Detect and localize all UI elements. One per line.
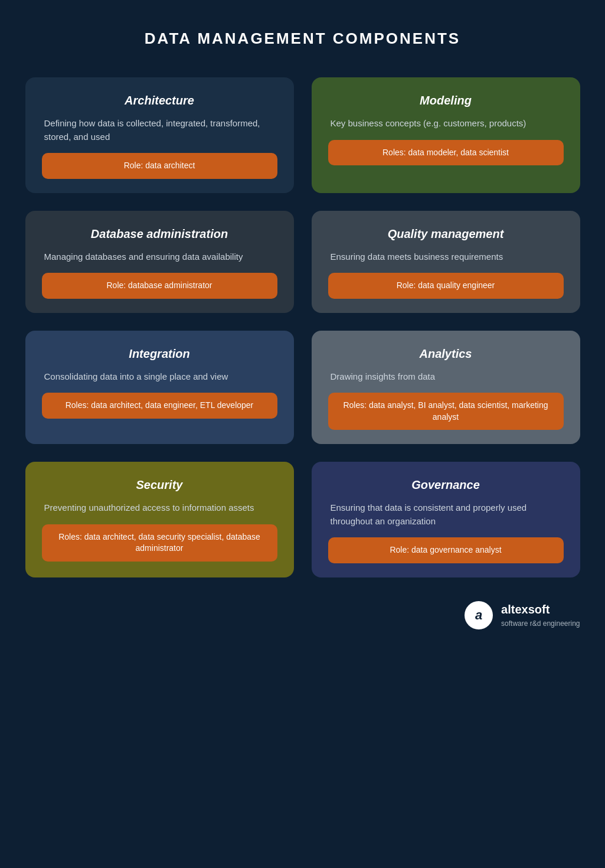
card-role-analytics: Roles: data analyst, BI analyst, data sc… (328, 393, 564, 430)
card-title-integration: Integration (42, 347, 277, 361)
card-database-admin: Database administration Managing databas… (25, 211, 294, 313)
card-description-analytics: Drawing insights from data (328, 370, 564, 384)
card-integration: Integration Consolidating data into a si… (25, 331, 294, 445)
card-title-quality-management: Quality management (328, 227, 564, 241)
card-role-security: Roles: data architect, data security spe… (42, 524, 277, 562)
card-description-architecture: Defining how data is collected, integrat… (42, 117, 277, 143)
card-quality-management: Quality management Ensuring data meets b… (312, 211, 580, 313)
card-description-database-admin: Managing databases and ensuring data ava… (42, 250, 277, 264)
card-title-analytics: Analytics (328, 347, 564, 361)
card-role-quality-management: Role: data quality engineer (328, 273, 564, 299)
card-title-governance: Governance (328, 478, 564, 492)
card-analytics: Analytics Drawing insights from data Rol… (312, 331, 580, 445)
card-description-integration: Consolidating data into a single place a… (42, 370, 277, 384)
card-role-governance: Role: data governance analyst (328, 537, 564, 563)
card-role-integration: Roles: data architect, data engineer, ET… (42, 393, 277, 419)
brand-name: altexsoft (501, 602, 580, 617)
card-description-quality-management: Ensuring data meets business requirement… (328, 250, 564, 264)
card-title-modeling: Modeling (328, 94, 564, 107)
footer: a altexsoft software r&d engineering (25, 601, 580, 629)
card-modeling: Modeling Key business concepts (e.g. cus… (312, 77, 580, 193)
brand-tagline: software r&d engineering (501, 619, 580, 628)
card-title-security: Security (42, 478, 277, 492)
footer-text: altexsoft software r&d engineering (501, 602, 580, 629)
card-role-modeling: Roles: data modeler, data scientist (328, 140, 564, 166)
card-architecture: Architecture Defining how data is collec… (25, 77, 294, 193)
page-title: DATA MANAGEMENT COMPONENTS (145, 30, 460, 48)
card-title-architecture: Architecture (42, 94, 277, 107)
card-role-architecture: Role: data architect (42, 153, 277, 179)
card-description-modeling: Key business concepts (e.g. customers, p… (328, 117, 564, 130)
card-security: Security Preventing unauthorized access … (25, 462, 294, 577)
card-role-database-admin: Role: database administrator (42, 273, 277, 299)
card-description-governance: Ensuring that data is consistent and pro… (328, 501, 564, 528)
card-description-security: Preventing unauthorized access to inform… (42, 501, 277, 515)
brand-logo: a (465, 601, 493, 629)
card-governance: Governance Ensuring that data is consist… (312, 462, 580, 577)
card-title-database-admin: Database administration (42, 227, 277, 241)
cards-grid: Architecture Defining how data is collec… (25, 77, 580, 577)
